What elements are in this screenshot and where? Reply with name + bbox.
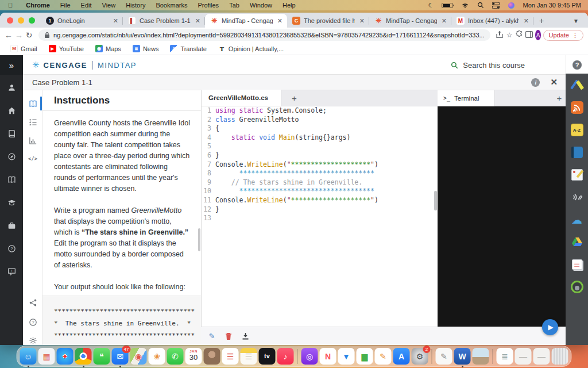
bookmark-gmail[interactable]: MGmail [6, 45, 42, 52]
menu-item-profiles[interactable]: Profiles [192, 2, 224, 9]
rail-reader-icon[interactable] [7, 175, 17, 185]
tab-close-icon[interactable]: ✕ [358, 17, 366, 25]
rail-graduation-icon[interactable] [7, 198, 17, 208]
tool-dictionary-icon[interactable]: A-Z [571, 124, 583, 136]
tool-flashcards-icon[interactable]: ——— [571, 258, 583, 271]
dock-messages[interactable]: ❝ [94, 348, 110, 365]
info-icon[interactable]: i [531, 78, 540, 87]
rail-compass-icon[interactable] [7, 152, 17, 162]
activity-help-icon[interactable]: ? [28, 317, 38, 327]
back-button[interactable]: ← [5, 30, 13, 40]
dock-minimized-window[interactable]: — [515, 348, 532, 365]
dock-contacts[interactable] [204, 348, 220, 365]
tool-google-drive-icon[interactable] [571, 236, 583, 248]
profile-avatar[interactable]: A [535, 30, 541, 40]
minimize-window-button[interactable] [18, 17, 24, 24]
dock-finder[interactable]: ☺ [20, 348, 37, 365]
download-icon[interactable] [241, 332, 250, 341]
delete-trash-icon[interactable] [224, 332, 233, 341]
browser-tab-5[interactable]: ✳MindTap - Cengage Lear✕ [369, 14, 451, 28]
dock-settings[interactable]: ⚙2 [412, 348, 428, 365]
reload-button[interactable]: ↻ [25, 30, 33, 40]
browser-tab-3[interactable]: ✳MindTap - Cengage Lear✕ [205, 14, 287, 28]
battery-icon[interactable] [442, 3, 453, 8]
editor-scrollbar[interactable] [434, 191, 437, 210]
tab-close-icon[interactable]: ✕ [112, 17, 119, 25]
rail-home-icon[interactable] [7, 106, 17, 116]
dock-apple-tv[interactable]: tv [259, 348, 276, 365]
rail-profile-icon[interactable] [7, 83, 17, 93]
dock-safari[interactable]: ✦ [57, 348, 74, 365]
bookmark-nyt[interactable]: TOpinion | Actually,... [214, 45, 288, 52]
menu-item-view[interactable]: View [97, 2, 121, 9]
zoom-window-button[interactable] [29, 17, 35, 24]
menu-item-window[interactable]: Window [245, 2, 277, 9]
help-button[interactable]: ? [566, 55, 588, 75]
dock-preview-image[interactable] [473, 348, 489, 365]
activity-share-icon[interactable] [28, 297, 38, 308]
bookmark-translate[interactable]: ATranslate [165, 45, 211, 52]
bookmark-news[interactable]: ≣News [128, 45, 164, 52]
dock-keynote[interactable]: ▼ [338, 348, 355, 365]
dock-news[interactable]: N [320, 348, 336, 365]
dock-reminders[interactable]: ☰ [222, 348, 239, 365]
tool-notebook-icon[interactable] [571, 168, 583, 181]
tab-close-icon[interactable]: ✕ [523, 17, 530, 25]
dock-trash[interactable] [552, 348, 568, 365]
activity-nav-progress-icon[interactable] [28, 135, 38, 145]
tool-cloud-icon[interactable]: ☁ [571, 213, 583, 226]
browser-tab-4[interactable]: CThe provided file has syn✕ [287, 14, 369, 28]
close-activity-icon[interactable]: ✕ [550, 77, 558, 87]
do-not-disturb-icon[interactable]: ☾ [428, 2, 434, 9]
rail-courses-icon[interactable] [7, 129, 17, 139]
menu-item-chrome[interactable]: Chrome [21, 2, 55, 9]
tab-search-chevron-icon[interactable]: ▼ [567, 14, 588, 28]
file-tab[interactable]: GreenVilleMotto.cs [202, 90, 281, 106]
siri-icon[interactable] [508, 2, 514, 9]
new-file-button[interactable]: + [281, 93, 307, 103]
spotlight-icon[interactable] [477, 2, 484, 9]
code-area[interactable]: 1using static System.Console;2class Gree… [202, 106, 438, 327]
share-icon[interactable] [496, 30, 504, 40]
dock-chrome[interactable] [75, 348, 92, 365]
bookmark-maps[interactable]: ◉Maps [91, 45, 126, 52]
dock-downloads-doc[interactable]: ≣ [497, 348, 513, 365]
menu-item-help[interactable]: Help [277, 2, 301, 9]
dock-music[interactable]: ♪ [277, 348, 294, 365]
browser-tab-2[interactable]: ▌Case Problem 1-1✕ [123, 14, 205, 28]
menu-bar-clock[interactable]: Mon Jan 30 9:45 PM [523, 2, 581, 9]
search-course-button[interactable]: Search this course [451, 55, 525, 75]
browser-tab-1[interactable]: 1OneLogin✕ [41, 14, 123, 28]
rail-briefcase-icon[interactable] [7, 221, 17, 231]
terminal-screen[interactable] [438, 106, 566, 327]
dock-photos[interactable]: ❀ [149, 348, 165, 365]
run-button[interactable]: ▶ [542, 319, 558, 335]
dock-notes[interactable]: ☰ [241, 348, 257, 365]
apple-menu-icon[interactable]:  [8, 2, 13, 9]
rail-help-icon[interactable]: ? [7, 244, 17, 254]
dock-textedit[interactable]: ✎ [436, 348, 452, 365]
dock-launchpad[interactable]: ▦ [38, 348, 55, 365]
dock-calendar[interactable]: JAN30 [185, 348, 202, 365]
bookmark-star-icon[interactable]: ☆ [506, 31, 513, 39]
menu-item-file[interactable]: File [55, 2, 76, 9]
tool-rss-icon[interactable] [571, 101, 583, 114]
forward-button[interactable]: → [15, 30, 23, 40]
extensions-icon[interactable] [516, 30, 523, 40]
activity-nav-code-icon[interactable]: </> [28, 154, 38, 164]
browser-tab-6[interactable]: MInbox (447) - alykhalife4✕ [451, 14, 533, 28]
activity-gear-icon[interactable] [28, 335, 38, 345]
menu-item-bookmarks[interactable]: Bookmarks [150, 2, 192, 9]
side-panel-icon[interactable] [525, 31, 533, 40]
new-tab-button[interactable]: + [533, 14, 550, 28]
menu-item-history[interactable]: History [121, 2, 150, 9]
tool-ebook-icon[interactable] [571, 146, 583, 159]
dock-maps[interactable]: ◉ [130, 348, 147, 365]
rail-feedback-icon[interactable]: ! [7, 267, 17, 277]
dock-minimized-window[interactable]: — [533, 348, 550, 365]
tool-speech-icon[interactable] [571, 191, 583, 204]
activity-nav-checklist-icon[interactable] [28, 117, 38, 127]
control-center-icon[interactable] [492, 2, 500, 9]
tool-evaluate-icon[interactable] [571, 281, 583, 293]
dock-mail[interactable]: ✉47 [112, 348, 129, 365]
